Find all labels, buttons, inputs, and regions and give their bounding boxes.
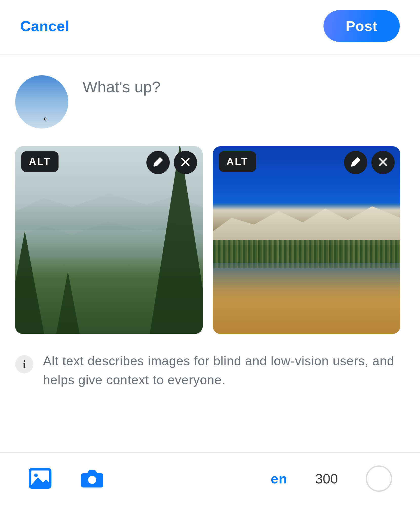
composer-toolbar: en 300 (0, 452, 420, 507)
compose-input[interactable] (83, 75, 405, 96)
gallery-button[interactable] (28, 466, 52, 491)
post-button[interactable]: Post (323, 10, 400, 42)
character-count-ring (366, 465, 392, 492)
pencil-icon (152, 156, 164, 169)
attachments-row: ALT ALT (0, 136, 420, 334)
attachment-image[interactable]: ALT (15, 146, 203, 334)
remove-image-button[interactable] (174, 151, 197, 174)
language-button[interactable]: en (271, 471, 287, 486)
svg-point-5 (34, 474, 38, 477)
image-icon (28, 466, 52, 491)
svg-point-6 (88, 476, 96, 484)
composer-header: Cancel Post (0, 0, 420, 55)
cancel-button[interactable]: Cancel (20, 17, 69, 34)
close-icon (180, 156, 191, 169)
edit-image-button[interactable] (344, 151, 367, 174)
alt-text-info-text: Alt text describes images for blind and … (43, 352, 405, 390)
pencil-icon (350, 156, 361, 169)
close-icon (377, 156, 389, 169)
camera-icon (80, 466, 104, 491)
alt-text-button[interactable]: ALT (21, 151, 59, 172)
info-icon: i (15, 355, 33, 373)
avatar: ✈ (15, 75, 68, 129)
character-count: 300 (315, 471, 338, 486)
avatar-bird-silhouette: ✈ (42, 115, 48, 123)
camera-button[interactable] (80, 466, 104, 491)
remove-image-button[interactable] (371, 151, 395, 174)
composer-body: ✈ (0, 55, 420, 136)
edit-image-button[interactable] (146, 151, 170, 174)
alt-text-button[interactable]: ALT (219, 151, 256, 172)
attachment-image[interactable]: ALT (213, 146, 400, 334)
alt-text-info-tip: i Alt text describes images for blind an… (0, 334, 420, 400)
